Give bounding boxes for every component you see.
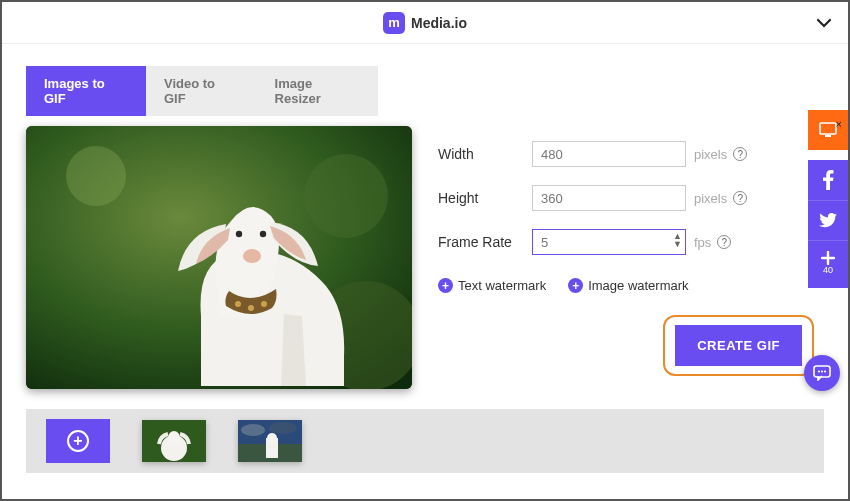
tab-images-to-gif[interactable]: Images to GIF	[26, 66, 146, 116]
svg-point-6	[260, 231, 266, 237]
row-width: Width pixels ?	[438, 132, 824, 176]
text-watermark-label: Text watermark	[458, 278, 546, 293]
width-label: Width	[438, 146, 532, 162]
collapse-icon[interactable]	[816, 14, 832, 32]
screen-share-icon[interactable]	[808, 110, 848, 150]
facebook-icon[interactable]	[808, 160, 848, 200]
svg-point-22	[818, 370, 820, 372]
plus-icon: +	[67, 430, 89, 452]
row-frame-rate: Frame Rate ▲▼ fps ?	[438, 220, 824, 264]
thumbnail[interactable]	[142, 420, 206, 462]
help-icon[interactable]: ?	[733, 191, 747, 205]
brand-name: Media.io	[411, 15, 467, 31]
settings-form: Width pixels ? Height pixels ? Frame Rat…	[438, 126, 824, 389]
stepper-arrows-icon[interactable]: ▲▼	[673, 232, 682, 248]
add-image-button[interactable]: +	[46, 419, 110, 463]
svg-rect-20	[825, 135, 831, 137]
chat-icon[interactable]	[804, 355, 840, 391]
tab-image-resizer[interactable]: Image Resizer	[257, 66, 378, 116]
svg-point-16	[269, 422, 297, 434]
brand-logo-icon: m	[383, 12, 405, 34]
close-icon[interactable]: ×	[836, 118, 842, 130]
svg-point-4	[243, 249, 261, 263]
svg-point-8	[248, 305, 254, 311]
svg-point-5	[236, 231, 242, 237]
width-input[interactable]	[532, 141, 686, 167]
row-height: Height pixels ?	[438, 176, 824, 220]
help-icon[interactable]: ?	[733, 147, 747, 161]
help-icon[interactable]: ?	[717, 235, 731, 249]
svg-point-24	[824, 370, 826, 372]
svg-point-18	[267, 433, 277, 443]
height-unit: pixels	[694, 191, 727, 206]
cta-highlight: CREATE GIF	[663, 315, 814, 376]
svg-point-15	[241, 424, 265, 436]
image-watermark-button[interactable]: + Image watermark	[568, 278, 688, 293]
svg-point-23	[821, 370, 823, 372]
image-preview	[26, 126, 412, 389]
plus-icon: +	[438, 278, 453, 293]
svg-point-1	[66, 146, 126, 206]
svg-rect-19	[820, 123, 836, 134]
svg-point-7	[235, 301, 241, 307]
thumbnail[interactable]	[238, 420, 302, 462]
text-watermark-button[interactable]: + Text watermark	[438, 278, 546, 293]
frame-rate-input[interactable]	[532, 229, 686, 255]
image-watermark-label: Image watermark	[588, 278, 688, 293]
svg-point-12	[168, 431, 180, 445]
side-rail: 40	[808, 110, 848, 288]
tab-video-to-gif[interactable]: Video to GIF	[146, 66, 257, 116]
plus-icon: +	[568, 278, 583, 293]
create-gif-button[interactable]: CREATE GIF	[675, 325, 802, 366]
brand: m Media.io	[383, 12, 467, 34]
frame-rate-unit: fps	[694, 235, 711, 250]
tabs: Images to GIF Video to GIF Image Resizer	[26, 66, 378, 116]
svg-point-9	[261, 301, 267, 307]
top-bar: m Media.io	[2, 2, 848, 44]
width-unit: pixels	[694, 147, 727, 162]
height-label: Height	[438, 190, 532, 206]
frame-rate-label: Frame Rate	[438, 234, 532, 250]
twitter-icon[interactable]	[808, 200, 848, 240]
svg-point-2	[304, 154, 388, 238]
share-more-icon[interactable]: 40	[808, 240, 848, 288]
thumbnail-strip: +	[26, 409, 824, 473]
height-input[interactable]	[532, 185, 686, 211]
share-count: 40	[823, 265, 833, 278]
